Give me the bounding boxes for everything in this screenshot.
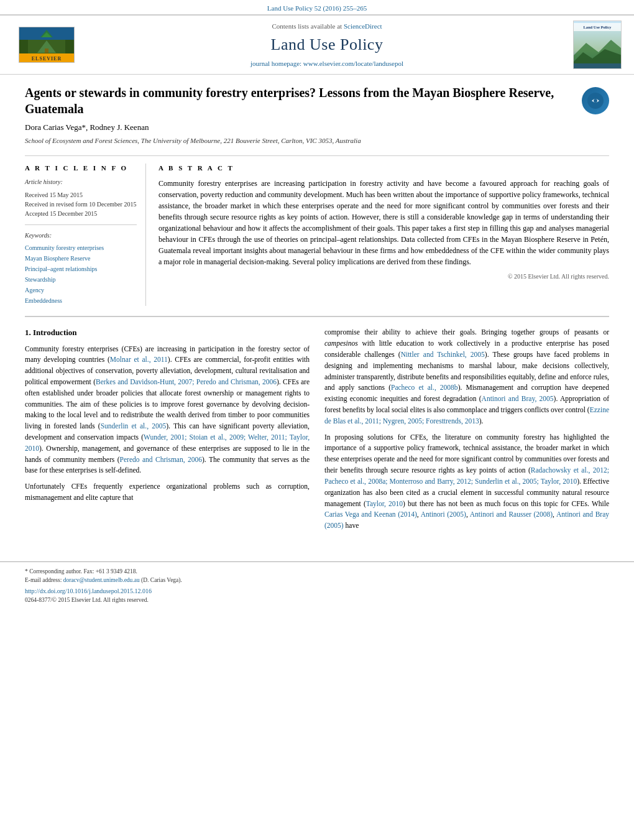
journal-title: Land Use Policy	[81, 34, 573, 56]
cite-peredo[interactable]: Peredo and Chrisman, 2006	[120, 456, 202, 463]
crossmark-icon[interactable]	[582, 87, 609, 114]
accepted-date: Accepted 15 December 2015	[25, 209, 137, 218]
body-content: 1. Introduction Community forestry enter…	[25, 327, 609, 537]
article-container: Agents or stewards in community forestry…	[0, 75, 634, 549]
cover-label: Land Use Policy	[574, 23, 621, 31]
cite-nittler[interactable]: Nittler and Tschinkel, 2005	[401, 351, 485, 358]
homepage-label: journal homepage:	[250, 60, 301, 67]
cite-sunderlin[interactable]: Sunderlin et al., 2005	[101, 422, 167, 430]
abstract-text: Community forestry enterprises are incre…	[158, 178, 609, 267]
email-line: E-mail address: doracv@student.unimelb.e…	[25, 576, 609, 584]
keywords-label: Keywords:	[25, 231, 137, 240]
footnote-star: * Corresponding author. Fax: +61 3 9349 …	[25, 567, 609, 576]
cite-carias[interactable]: Carias Vega and Keenan (2014)	[324, 510, 417, 518]
cite-radachowsky[interactable]: Radachowsky et al., 2012; Pacheco et al.…	[324, 466, 609, 485]
email-suffix: (D. Carias Vega).	[141, 577, 182, 583]
banner-top	[19, 27, 74, 40]
history-label: Article history:	[25, 178, 137, 187]
contents-label: Contents lists available at	[272, 22, 342, 30]
cite-wunder[interactable]: Wunder, 2001; Stoian et al., 2009; Welte…	[25, 433, 310, 452]
info-divider	[25, 224, 137, 225]
email-link[interactable]: doracv@student.unimelb.edu.au	[63, 577, 140, 583]
banner-middle-svg	[28, 40, 65, 53]
elsevier-logo: ELSEVIER	[12, 27, 81, 63]
abstract-col: A B S T R A C T Community forestry enter…	[158, 164, 609, 306]
cite-berkes[interactable]: Berkes and Davidson-Hunt, 2007; Peredo a…	[96, 378, 277, 385]
right-para-1: compromise their ability to achieve thei…	[324, 327, 609, 427]
banner-tree-svg	[28, 29, 65, 39]
cite-antinori-2005[interactable]: Antinori (2005)	[421, 510, 466, 518]
intro-para-1: Community forestry enterprises (CFEs) ar…	[25, 344, 310, 477]
keyword-3[interactable]: Principal–agent relationships	[25, 264, 137, 274]
elsevier-text: ELSEVIER	[32, 55, 62, 62]
cite-molnar[interactable]: Molnar et al., 2011	[110, 356, 168, 363]
page-footer: * Corresponding author. Fax: +61 3 9349 …	[0, 561, 634, 605]
cite-antinori-bray[interactable]: Antinori and Bray, 2005	[482, 395, 554, 402]
journal-ref-text: Land Use Policy 52 (2016) 255–265	[267, 4, 367, 12]
article-info-col: A R T I C L E I N F O Article history: R…	[25, 164, 146, 306]
article-info-abstract-section: A R T I C L E I N F O Article history: R…	[25, 155, 609, 306]
right-para-2: In proposing solutions for CFEs, the lit…	[324, 432, 609, 532]
crossmark-badge	[582, 87, 609, 114]
svg-rect-5	[45, 48, 48, 53]
cite-taylor[interactable]: Taylor, 2010	[366, 500, 403, 507]
keyword-4[interactable]: Stewardship	[25, 274, 137, 285]
cite-antinori-rausser[interactable]: Antinori and Rausser (2008)	[470, 510, 553, 518]
sciencedirect-link[interactable]: ScienceDirect	[344, 22, 382, 30]
journal-reference: Land Use Policy 52 (2016) 255–265	[0, 0, 634, 14]
article-title: Agents or stewards in community forestry…	[25, 85, 569, 117]
received-date: Received 15 May 2015	[25, 190, 137, 200]
intro-para-2: Unfortunately CFEs frequently experience…	[25, 481, 310, 504]
svg-rect-9	[574, 63, 622, 69]
crossmark-svg	[587, 92, 604, 109]
journal-header: ELSEVIER Contents lists available at Sci…	[0, 14, 634, 75]
affiliation-text: School of Ecosystem and Forest Sciences,…	[25, 136, 609, 145]
svg-point-11	[594, 99, 597, 103]
article-title-section: Agents or stewards in community forestry…	[25, 85, 609, 117]
keyword-5[interactable]: Agency	[25, 285, 137, 295]
intro-heading: 1. Introduction	[25, 327, 310, 338]
journal-center: Contents lists available at ScienceDirec…	[81, 22, 573, 68]
keyword-6[interactable]: Embeddedness	[25, 295, 137, 306]
contents-available: Contents lists available at ScienceDirec…	[81, 22, 573, 31]
rights-line: 0264-8377/© 2015 Elsevier Ltd. All right…	[25, 596, 609, 604]
article-info-heading: A R T I C L E I N F O	[25, 164, 137, 173]
cite-ezzine[interactable]: Ezzine de Blas et al., 2011; Nygren, 200…	[324, 406, 609, 425]
authors-text: Dora Carias Vega*, Rodney J. Keenan	[25, 122, 149, 132]
keyword-2[interactable]: Mayan Biosphere Reserve	[25, 253, 137, 264]
copyright-line: © 2015 Elsevier Ltd. All rights reserved…	[158, 272, 609, 281]
cite-pacheco[interactable]: Pacheco et al., 2008b	[391, 384, 458, 391]
banner-middle	[19, 40, 74, 53]
revised-date: Received in revised form 10 December 201…	[25, 200, 137, 209]
body-right-col: compromise their ability to achieve thei…	[324, 327, 609, 537]
journal-homepage-line: journal homepage: www.elsevier.com/locat…	[81, 59, 573, 68]
elsevier-banner: ELSEVIER	[19, 27, 75, 63]
keyword-1[interactable]: Community forestry enterprises	[25, 242, 137, 253]
body-left-col: 1. Introduction Community forestry enter…	[25, 327, 310, 537]
body-divider	[25, 316, 609, 317]
email-label: E-mail address:	[25, 577, 62, 583]
journal-cover: Land Use Policy Land Use Policy	[573, 21, 622, 69]
banner-bottom: ELSEVIER	[19, 53, 74, 63]
authors-line: Dora Carias Vega*, Rodney J. Keenan	[25, 122, 609, 133]
doi-line[interactable]: http://dx.doi.org/10.1016/j.landusepol.2…	[25, 587, 609, 596]
abstract-heading: A B S T R A C T	[158, 164, 609, 173]
homepage-link[interactable]: www.elsevier.com/locate/landusepol	[303, 60, 403, 67]
